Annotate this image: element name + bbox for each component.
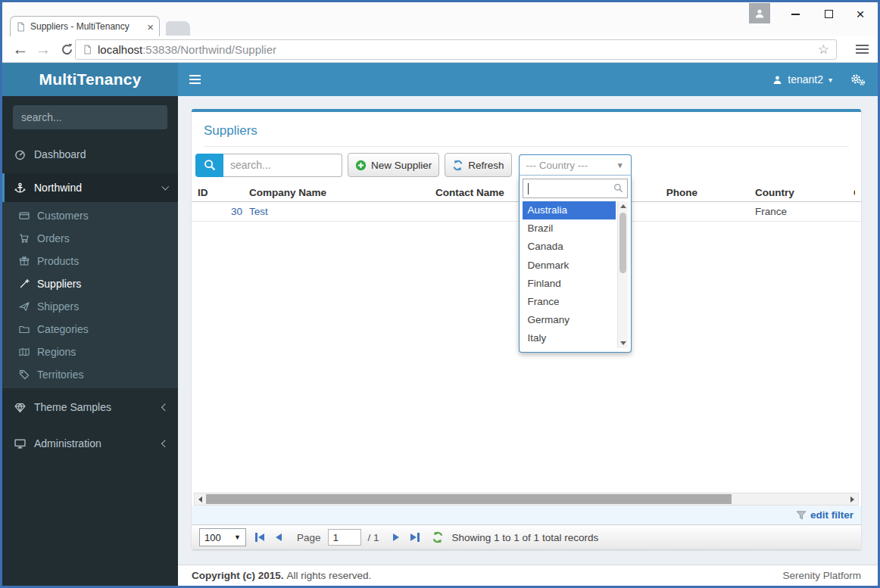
settings-gears-button[interactable] <box>850 73 866 86</box>
cell-company-name[interactable]: Test <box>246 206 435 217</box>
pagination-bar: 100 ▼ Page / 1 Showing 1 to 1 o <box>192 524 861 549</box>
window-close-button[interactable]: × <box>847 4 873 24</box>
tab-close-icon[interactable]: × <box>147 21 154 33</box>
last-page-button[interactable] <box>408 533 422 542</box>
country-option[interactable]: Finland <box>523 275 616 293</box>
country-option[interactable]: Germany <box>523 311 616 329</box>
filter-bar: edit filter <box>192 506 861 524</box>
sidebar-toggle-icon[interactable] <box>189 73 201 86</box>
tag-icon <box>18 369 30 380</box>
sidebar-item-orders[interactable]: Orders <box>2 227 178 250</box>
country-option[interactable]: France <box>523 293 616 311</box>
browser-toolbar: ← → localhost:53838/Northwind/Supplier ☆ <box>2 36 878 63</box>
edit-filter-link[interactable]: edit filter <box>810 509 853 521</box>
country-option[interactable]: Italy <box>523 329 616 347</box>
anchor-icon <box>13 182 27 194</box>
quick-search-button[interactable] <box>195 154 223 177</box>
scrollbar-thumb[interactable] <box>206 494 732 504</box>
browser-profile-button[interactable] <box>749 3 770 23</box>
brand-logo[interactable]: MultiTenancy <box>2 63 178 96</box>
browser-window: Suppliers - MultiTenancy × × ← → localho… <box>0 0 880 588</box>
column-header-clipped[interactable]: C <box>853 187 855 198</box>
country-search-input[interactable] <box>523 179 628 198</box>
chevron-down-icon <box>161 183 168 190</box>
country-option[interactable]: Denmark <box>523 257 616 275</box>
page-number-input[interactable] <box>328 529 361 546</box>
funnel-icon <box>796 510 807 521</box>
search-icon <box>204 159 216 171</box>
caret-down-icon: ▾ <box>829 76 832 84</box>
reload-icon <box>61 43 73 56</box>
sidebar-item-regions[interactable]: Regions <box>2 341 178 363</box>
prev-page-button[interactable] <box>273 534 284 541</box>
browser-menu-icon[interactable] <box>856 42 869 56</box>
column-header-phone[interactable]: Phone <box>625 187 697 198</box>
window-minimize-button[interactable] <box>782 4 808 24</box>
refresh-button[interactable]: Refresh <box>445 153 511 177</box>
user-menu[interactable]: tenant2 ▾ <box>772 73 832 86</box>
page-icon <box>83 45 92 54</box>
column-header-country[interactable]: Country <box>755 187 853 198</box>
cell-id[interactable]: 30 <box>198 206 246 217</box>
page-label: Page <box>297 532 321 543</box>
country-option[interactable]: Brazil <box>523 219 616 238</box>
sidebar-item-northwind[interactable]: Northwind <box>2 173 178 202</box>
country-option-list: Australia Brazil Canada Denmark Finland … <box>523 201 628 348</box>
sidebar-search[interactable] <box>13 105 167 129</box>
new-supplier-button[interactable]: New Supplier <box>348 153 439 177</box>
scrollbar-thumb <box>619 213 626 273</box>
refresh-icon <box>452 160 463 171</box>
chevron-left-icon <box>161 440 168 446</box>
address-bar[interactable]: localhost:53838/Northwind/Supplier ☆ <box>75 39 837 60</box>
page-size-select[interactable]: 100 ▼ <box>199 528 246 546</box>
new-tab-button[interactable] <box>166 21 190 36</box>
select-caret-icon: ▼ <box>616 161 624 170</box>
sidebar-item-categories[interactable]: Categories <box>2 318 178 341</box>
cell-country: France <box>755 206 853 217</box>
first-page-button[interactable] <box>253 533 267 542</box>
sidebar-item-theme-samples[interactable]: Theme Samples <box>2 393 178 422</box>
sidebar-item-territories[interactable]: Territories <box>2 363 178 386</box>
select-caret-icon: ▼ <box>234 534 241 541</box>
credit-card-icon <box>18 210 30 221</box>
back-button[interactable]: ← <box>10 39 31 60</box>
sidebar-item-suppliers[interactable]: Suppliers <box>2 272 178 295</box>
scroll-left-icon[interactable] <box>195 493 206 505</box>
sidebar-search-input[interactable] <box>21 111 158 123</box>
country-option[interactable]: Australia <box>523 201 616 219</box>
page-content: Suppliers New Supplier <box>178 96 878 565</box>
sidebar-item-shippers[interactable]: Shippers <box>2 295 178 318</box>
pager-refresh-button[interactable] <box>432 531 444 543</box>
gauge-icon <box>13 149 27 160</box>
gears-icon <box>850 73 866 86</box>
reload-button[interactable] <box>57 39 76 60</box>
browser-tab[interactable]: Suppliers - MultiTenancy × <box>10 16 160 36</box>
scroll-right-icon[interactable] <box>847 493 858 505</box>
page-title: Suppliers <box>192 112 861 146</box>
sidebar: Dashboard Northwind Customers <box>2 96 178 586</box>
bookmark-star-icon[interactable]: ☆ <box>818 42 829 58</box>
column-header-company-name[interactable]: Company Name <box>246 187 435 198</box>
column-header-id[interactable]: ID <box>198 187 246 198</box>
user-name: tenant2 <box>788 73 823 86</box>
grid-toolbar: New Supplier Refresh --- Country --- ▼ <box>192 147 861 182</box>
sidebar-item-products[interactable]: Products <box>2 250 178 272</box>
sidebar-item-customers[interactable]: Customers <box>2 204 178 227</box>
scroll-down-icon <box>620 341 626 345</box>
window-maximize-button[interactable] <box>816 4 841 24</box>
record-count-summary: Showing 1 to 1 of 1 total records <box>452 532 599 543</box>
refresh-icon <box>432 531 444 543</box>
minimize-icon <box>791 14 800 15</box>
country-filter-select[interactable]: --- Country --- ▼ <box>519 154 632 176</box>
dropdown-scrollbar[interactable] <box>617 201 628 348</box>
country-option[interactable]: Canada <box>523 238 616 256</box>
tab-title: Suppliers - MultiTenancy <box>30 21 142 32</box>
forward-button: → <box>33 39 54 60</box>
sidebar-item-dashboard[interactable]: Dashboard <box>2 140 178 169</box>
quick-search-input[interactable] <box>223 154 342 177</box>
grid-horizontal-scrollbar[interactable] <box>194 493 859 506</box>
sidebar-item-administration[interactable]: Administration <box>2 429 178 458</box>
next-page-button[interactable] <box>391 534 401 541</box>
url-text: localhost:53838/Northwind/Supplier <box>98 43 813 56</box>
scroll-up-icon <box>620 204 626 208</box>
